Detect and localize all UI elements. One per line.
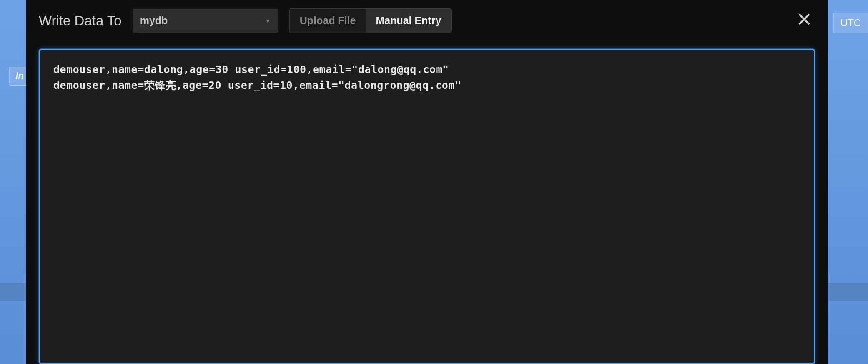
- close-icon: [797, 12, 812, 27]
- upload-file-tab[interactable]: Upload File: [290, 9, 366, 33]
- database-selector[interactable]: mydb ▼: [133, 9, 278, 33]
- close-button[interactable]: [797, 12, 812, 29]
- modal-body: [26, 41, 828, 364]
- chevron-down-icon: ▼: [265, 18, 271, 24]
- line-protocol-input[interactable]: [53, 62, 800, 351]
- write-data-modal: Write Data To mydb ▼ Upload File Manual …: [26, 0, 828, 364]
- data-entry-wrapper: [39, 49, 815, 364]
- entry-mode-toggle: Upload File Manual Entry: [289, 8, 452, 33]
- modal-header: Write Data To mydb ▼ Upload File Manual …: [26, 0, 828, 41]
- database-selected-value: mydb: [140, 15, 168, 27]
- modal-title: Write Data To: [39, 13, 122, 29]
- manual-entry-tab[interactable]: Manual Entry: [366, 9, 451, 33]
- timezone-button[interactable]: UTC: [833, 13, 868, 33]
